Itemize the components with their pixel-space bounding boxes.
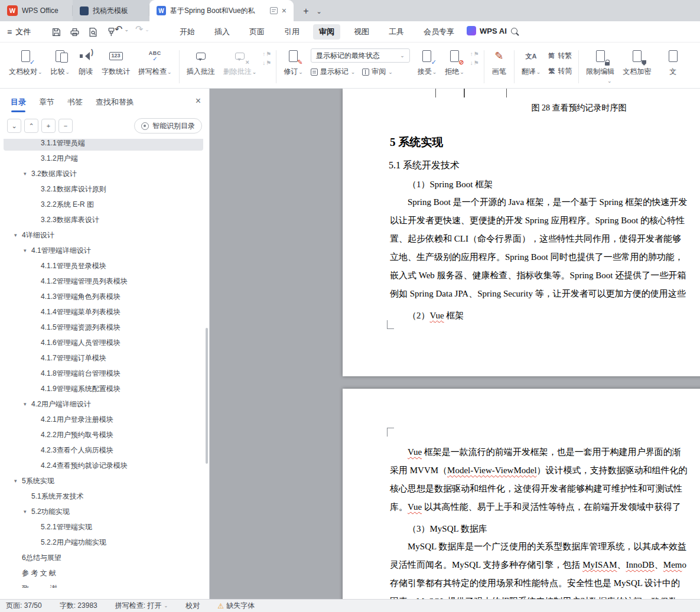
search-button[interactable]: [510, 27, 520, 38]
encrypt-doc-button[interactable]: 文档加密: [618, 45, 655, 79]
new-tab-button[interactable]: +: [298, 4, 314, 19]
word-count-button[interactable]: 123 字数统计: [97, 45, 134, 79]
toc-item[interactable]: 3.2.1数据库设计原则: [4, 181, 203, 197]
menu-tab-member[interactable]: 会员专享: [418, 24, 460, 40]
to-simplified-button[interactable]: 繁转简: [548, 66, 572, 76]
translate-button[interactable]: 文A 翻译⌄: [517, 45, 545, 79]
tab-template[interactable]: 找稿壳模板: [73, 0, 149, 21]
document-page-37[interactable]: 图 28 查看预约记录时序图 5 系统实现 5.1 系统开发技术 （1）Spri…: [343, 89, 700, 376]
menu-tab-insert[interactable]: 插入: [209, 24, 236, 40]
previous-comment-icon[interactable]: ↑⚑: [262, 51, 271, 57]
spell-check-button[interactable]: ABC✓ 拼写检查⌄: [134, 45, 176, 79]
zoom-out-level-button[interactable]: −: [58, 119, 73, 133]
review-pane-button[interactable]: 审阅⌄: [362, 67, 393, 77]
toc-item[interactable]: 3.2.3数据库表设计: [4, 212, 203, 227]
compare-button[interactable]: 比较⌄: [47, 45, 74, 79]
missing-font-warning[interactable]: ⚠缺失字体: [217, 601, 255, 611]
zoom-in-level-button[interactable]: +: [41, 119, 56, 133]
toc-item[interactable]: 4.1.1管理员登录模块: [4, 258, 203, 274]
wps-ai-button[interactable]: WPS AI: [467, 26, 507, 35]
reject-change-button[interactable]: ⊘ 拒绝⌄: [441, 45, 468, 79]
menu-tab-review[interactable]: 审阅: [313, 24, 340, 40]
toc-item[interactable]: ▾5系统实现: [4, 473, 203, 489]
save-icon[interactable]: [50, 26, 63, 38]
tab-list-dropdown-icon[interactable]: ⌄: [314, 4, 324, 19]
sidebar-tab-find-replace[interactable]: 查找和替换: [96, 97, 134, 112]
file-menu-button[interactable]: ≡ 文件: [7, 25, 31, 38]
menu-tab-view[interactable]: 视图: [348, 24, 375, 40]
sidebar-tab-bookmarks[interactable]: 书签: [67, 97, 83, 112]
collapse-all-button[interactable]: ⌃: [24, 119, 38, 133]
track-changes-button[interactable]: ✎ 修订⌄: [279, 45, 307, 79]
toc-item[interactable]: 5.2.2用户端功能实现: [4, 535, 203, 550]
document-page-38[interactable]: Vue 框架是一款流行的前端开发框架，也是一套用于构建用户界面的渐采用 MVVM…: [343, 389, 700, 599]
ribbon-more-icon[interactable]: ⌄: [607, 78, 612, 84]
expand-all-button[interactable]: ⌄: [7, 119, 21, 133]
proofread-button[interactable]: 校对: [185, 601, 200, 611]
toc-item[interactable]: 3.1.1管理员端: [4, 139, 203, 151]
clipped-ribbon-button[interactable]: 文: [655, 45, 691, 79]
menu-tab-home[interactable]: 开始: [174, 24, 201, 40]
sidebar-scrollbar[interactable]: [206, 328, 208, 464]
redo-icon[interactable]: ↷: [135, 25, 143, 34]
next-revision-icon[interactable]: ↓⚑: [470, 60, 479, 66]
toc-item[interactable]: 4.1.4管理端菜单列表模块: [4, 304, 203, 320]
toc-collapse-icon[interactable]: ▾: [24, 509, 31, 515]
toc-item[interactable]: ▾5.2功能实现: [4, 504, 203, 519]
spellcheck-toggle[interactable]: 拼写检查: 打开⌄: [115, 601, 168, 611]
word-count-indicator[interactable]: 字数: 23983: [60, 601, 97, 611]
toc-item[interactable]: 6总结与展望: [4, 550, 203, 565]
sidebar-close-icon[interactable]: ×: [196, 96, 201, 106]
toc-item[interactable]: 3.1.2用户端: [4, 151, 203, 166]
toc-item[interactable]: 4.1.2管理端管理员列表模块: [4, 274, 203, 289]
show-markup-button[interactable]: 显示标记⌄: [311, 67, 356, 77]
page-indicator[interactable]: 页面: 37/50: [6, 601, 42, 611]
menu-tab-reference[interactable]: 引用: [278, 24, 305, 40]
toc-item[interactable]: 4.1.6管理端人员管理模块: [4, 335, 203, 350]
toc-item[interactable]: 4.1.9管理端系统配置模块: [4, 381, 203, 396]
toc-item[interactable]: 4.2.3查看个人病历模块: [4, 442, 203, 458]
sidebar-tab-catalog[interactable]: 目录: [11, 97, 26, 112]
delete-comment-button[interactable]: × 删除批注⌄: [219, 45, 261, 79]
toc-item[interactable]: 参 考 文 献: [4, 565, 203, 581]
toc-item[interactable]: 4.1.8管理端前台管理模块: [4, 366, 203, 381]
toc-collapse-icon[interactable]: ▾: [24, 248, 31, 253]
toc-item[interactable]: 4.2.4查看预约就诊记录模块: [4, 458, 203, 473]
next-comment-icon[interactable]: ↓⚑: [262, 60, 271, 66]
print-icon[interactable]: [68, 26, 81, 38]
toc-item[interactable]: ▾4.2用户端详细设计: [4, 396, 203, 412]
toc-item[interactable]: ▾3.2数据库设计: [4, 166, 203, 181]
close-tab-icon[interactable]: ×: [282, 6, 286, 15]
toc-item[interactable]: 4.2.2用户预约取号模块: [4, 427, 203, 442]
toc-item[interactable]: 4.2.1用户登录注册模块: [4, 412, 203, 427]
to-traditional-button[interactable]: 简转繁: [548, 51, 572, 61]
smart-toc-button[interactable]: 智能识别目录: [134, 118, 202, 134]
menu-tab-page[interactable]: 页面: [243, 24, 271, 40]
insert-comment-button[interactable]: 插入批注: [183, 45, 219, 79]
print-preview-icon[interactable]: [86, 26, 99, 38]
toc-collapse-icon[interactable]: ▾: [14, 232, 22, 238]
tab-document-active[interactable]: W 基于Spring Boot和Vue的私 ×: [149, 0, 294, 21]
toc-collapse-icon[interactable]: ▾: [24, 401, 31, 407]
toc-collapse-icon[interactable]: ▾: [14, 478, 22, 484]
doc-proof-button[interactable]: ✓ 文档校对⌄: [5, 45, 47, 79]
tab-wps-office[interactable]: W WPS Office: [0, 0, 73, 21]
previous-revision-icon[interactable]: ↑⚑: [470, 51, 479, 57]
undo-icon[interactable]: ↶: [115, 25, 122, 34]
toc-item[interactable]: ▾4详细设计: [4, 227, 203, 243]
tab-comment-icon[interactable]: [270, 7, 278, 14]
redo-dropdown-icon[interactable]: ⌄: [145, 27, 149, 32]
toc-collapse-icon[interactable]: ▾: [24, 171, 31, 177]
toc-item[interactable]: 4.1.5管理端资源列表模块: [4, 320, 203, 335]
toc-item[interactable]: 4.1.7管理端订单模块: [4, 350, 203, 366]
toc-item[interactable]: 5.1系统开发技术: [4, 489, 203, 504]
restrict-edit-button[interactable]: 限制编辑: [582, 45, 618, 79]
markup-state-select[interactable]: 显示标记的最终状态⌄: [311, 48, 410, 63]
toc-item[interactable]: ▾4.1管理端详细设计: [4, 243, 203, 258]
sidebar-tab-chapters[interactable]: 章节: [39, 97, 54, 112]
toc-item[interactable]: 5.2.1管理端实现: [4, 519, 203, 535]
toc-item[interactable]: 致 谢: [4, 581, 203, 588]
pen-button[interactable]: ✎ 画笔: [487, 45, 511, 79]
toc-item[interactable]: 4.1.3管理端角色列表模块: [4, 289, 203, 304]
document-canvas[interactable]: 图 28 查看预约记录时序图 5 系统实现 5.1 系统开发技术 （1）Spri…: [210, 89, 700, 599]
